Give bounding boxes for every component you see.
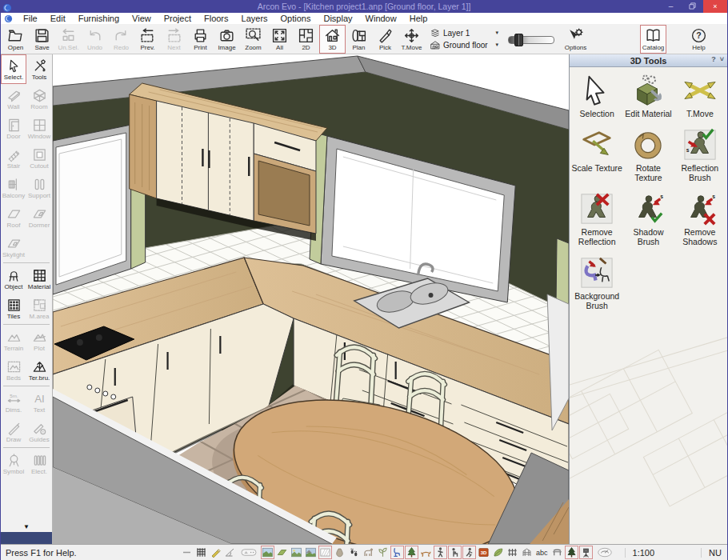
sidebar-item-support[interactable]: Support — [26, 173, 52, 202]
panel-tool-remove-reflection[interactable]: Remove Reflection — [571, 192, 622, 246]
toolbar-help-button[interactable]: ?Help — [686, 25, 712, 54]
sidebar-item-skylight[interactable]: Skylight — [1, 232, 26, 262]
sidebar-item-object[interactable]: Object — [1, 264, 26, 294]
pencil-icon[interactable] — [210, 546, 222, 558]
scale-indicator[interactable]: 1:100 — [625, 548, 655, 558]
horse-icon[interactable] — [362, 546, 374, 558]
restore-button[interactable] — [682, 0, 703, 13]
protractor-icon[interactable] — [224, 546, 236, 558]
menu-help[interactable]: Help — [403, 13, 434, 24]
panel-tool-remove-shadows[interactable]: sRemove Shadows — [674, 192, 726, 246]
sidebar-item-text[interactable]: AIText — [26, 387, 52, 417]
panel-tool-scale-texture[interactable]: Scale Texture — [571, 128, 622, 182]
panel-collapse-icon[interactable]: ˅ — [720, 55, 724, 63]
sidebar-item-tools[interactable]: Tools — [26, 54, 52, 84]
sidebar-item-guides[interactable]: Guides — [26, 417, 52, 446]
tree-icon[interactable] — [406, 546, 418, 558]
sidebar-item-door[interactable]: Door — [1, 114, 26, 143]
person-kneeling-icon[interactable] — [463, 546, 475, 558]
menu-edit[interactable]: Edit — [44, 13, 72, 24]
zoom-slider[interactable] — [508, 34, 554, 45]
landscape-thumb-icon[interactable] — [262, 546, 274, 558]
person-icon[interactable] — [434, 546, 446, 558]
sidebar-item-dormer[interactable]: Dormer — [26, 202, 52, 232]
panel-tool-selection[interactable]: Selection — [571, 74, 622, 118]
grid-icon[interactable] — [195, 546, 207, 558]
toolbar-catalog-button[interactable]: Catalog — [640, 25, 666, 54]
toolbar-save-button[interactable]: Save — [29, 25, 55, 54]
sidebar-item-stair[interactable]: Stair — [1, 143, 26, 173]
bench-icon[interactable] — [551, 546, 563, 558]
panel-tool-edit-material[interactable]: Edit Material — [622, 74, 674, 118]
leaf-icon[interactable] — [492, 546, 504, 558]
sidebar-item-ter-bru[interactable]: Ter.bru. — [26, 355, 52, 385]
layer-select[interactable]: Layer 1 ▾ — [430, 27, 500, 39]
toolbar-pick-button[interactable]: Pick — [372, 25, 398, 54]
panel-header[interactable]: 3D Tools ? ˅ — [570, 54, 727, 67]
menu-view[interactable]: View — [126, 13, 158, 24]
sidebar-item-beds[interactable]: Beds — [1, 355, 26, 385]
toolbar-undo-button[interactable]: Undo — [82, 25, 108, 54]
sidebar-item-symbol[interactable]: Symbol — [1, 449, 26, 478]
sack-icon[interactable] — [334, 546, 346, 558]
toolbar-3d-button[interactable]: 3D — [319, 25, 346, 54]
camera-tripod-icon[interactable] — [580, 546, 592, 558]
sidebar-item-dims[interactable]: 5m.Dims. — [1, 387, 26, 417]
fox-icon[interactable] — [420, 546, 432, 558]
menu-furnishing[interactable]: Furnishing — [72, 13, 126, 24]
hatch-area-icon[interactable] — [319, 546, 331, 558]
sidebar-item-window[interactable]: Window — [26, 114, 52, 143]
sidebar-item-roof[interactable]: Roof — [1, 202, 26, 232]
menu-project[interactable]: Project — [158, 13, 198, 24]
sidebar-item-draw[interactable]: Draw — [1, 417, 26, 446]
sidebar-item-material[interactable]: Material — [26, 264, 52, 294]
panel-tool-background-brush[interactable]: Background Brush — [571, 256, 622, 310]
toolbar-all-button[interactable]: All — [266, 25, 293, 54]
panel-tool-shadow-brush[interactable]: sShadow Brush — [622, 192, 674, 246]
trellis-icon[interactable] — [521, 546, 533, 558]
sidebar-item-select[interactable]: Select. — [1, 54, 26, 84]
person-sitting-icon[interactable] — [449, 546, 461, 558]
slider-handle[interactable] — [514, 34, 523, 46]
3d-viewport[interactable] — [53, 54, 569, 544]
panel-tool-t-move[interactable]: T.Move — [674, 74, 726, 118]
sidebar-item-elect[interactable]: Elect. — [26, 449, 52, 478]
view-pill-icon[interactable] — [238, 546, 259, 558]
office-chair-icon[interactable] — [391, 546, 403, 558]
sidebar-scroll-down-icon[interactable]: ▼ — [1, 522, 52, 532]
green-plane-icon[interactable] — [276, 546, 288, 558]
panel-tool-reflection-brush[interactable]: sReflection Brush — [674, 128, 726, 182]
fence-icon[interactable] — [506, 546, 518, 558]
sidebar-item-plot[interactable]: Plot — [26, 326, 52, 355]
sidebar-item-room[interactable]: Room — [26, 84, 52, 114]
toolbar-un-sel-button[interactable]: Un.Sel. — [55, 25, 82, 54]
dark-tree-icon[interactable] — [566, 546, 578, 558]
abc-icon[interactable]: abc — [535, 549, 549, 557]
close-button[interactable]: × — [703, 0, 727, 13]
toolbar-t-move-button[interactable]: T.Move — [398, 25, 425, 54]
toolbar-next-button[interactable]: Next — [161, 25, 187, 54]
sidebar-item-balcony[interactable]: Balcony — [1, 173, 26, 202]
toolbar-prev-button[interactable]: Prev. — [134, 25, 161, 54]
sidebar-item-m-area[interactable]: M.area — [26, 294, 52, 323]
toolbar-plan-button[interactable]: Plan — [346, 25, 372, 54]
toolbar-zoom-button[interactable]: Zoom — [240, 25, 266, 54]
menu-window[interactable]: Window — [359, 13, 403, 24]
menu-display[interactable]: Display — [317, 13, 358, 24]
toolbar-redo-button[interactable]: Redo — [108, 25, 134, 54]
floor-select[interactable]: Ground floor ▾ — [430, 39, 500, 51]
menu-layers[interactable]: Layers — [235, 13, 274, 24]
toolbar-2d-button[interactable]: 2D — [293, 25, 319, 54]
3d-red-icon[interactable]: 3D — [478, 546, 490, 558]
dash-icon[interactable] — [181, 546, 193, 558]
landscape-thumb3-icon[interactable] — [305, 546, 317, 558]
toolbar-open-button[interactable]: Open — [2, 25, 29, 54]
toolbar-print-button[interactable]: Print — [187, 25, 214, 54]
panel-tool-rotate-texture[interactable]: Rotate Texture — [622, 128, 674, 182]
footprints-icon[interactable] — [348, 546, 360, 558]
sidebar-item-cutout[interactable]: Cutout — [26, 143, 52, 173]
menu-file[interactable]: File — [17, 13, 44, 24]
plant-icon[interactable] — [377, 546, 389, 558]
gauge-icon[interactable] — [594, 546, 615, 558]
minimize-button[interactable]: – — [660, 0, 682, 13]
